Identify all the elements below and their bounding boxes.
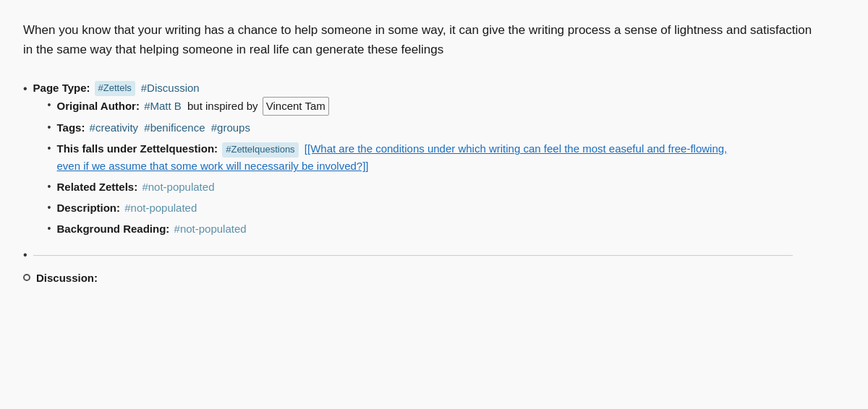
creativity-tag[interactable]: #creativity [90,121,139,134]
vincent-tam-link[interactable]: Vincent Tam [263,97,329,116]
matt-b-tag[interactable]: #Matt B [144,100,182,112]
sub-bullet-6: • [48,220,51,238]
intro-quote: When you know that your writing has a ch… [23,17,819,62]
tags-label: Tags: [57,121,85,134]
zettelquestion-item: • This falls under Zettelquestion: #Zett… [48,140,744,175]
description-value: #not-populated [124,202,197,214]
sub-bullet-1: • [48,97,51,114]
discussion-label: Discussion: [36,272,98,284]
background-reading-value: #not-populated [174,223,247,235]
sub-bullet-2: • [48,119,51,137]
discussion-bullet-icon [23,274,30,281]
related-zettels-value: #not-populated [142,181,214,193]
sub-bullet-5: • [48,199,51,217]
empty-bullet: • [23,246,27,264]
tags-item: • Tags: #creativity #benificence #groups [48,119,744,137]
bullet-dot: • [23,79,27,98]
related-zettels-item: • Related Zettels: #not-populated [48,178,744,196]
original-author-label: Original Author: [57,100,140,112]
sub-list: • Original Author: #Matt B but inspired … [48,97,744,238]
zettels-tag[interactable]: #Zettels [95,81,135,96]
main-content: When you know that your writing has a ch… [23,17,819,284]
empty-bullet-item: • [23,246,819,264]
zettelquestion-label: This falls under Zettelquestion: [57,142,218,155]
background-reading-item: • Background Reading: #not-populated [48,220,744,238]
original-author-item: • Original Author: #Matt B but inspired … [48,97,744,116]
benificence-tag[interactable]: #benificence [144,121,205,134]
description-label: Description: [57,202,121,214]
related-zettels-label: Related Zettels: [57,181,138,193]
discussion-tag[interactable]: #Discussion [141,79,200,97]
zettelquestions-tag[interactable]: #Zettelquestions [222,142,298,158]
description-item: • Description: #not-populated [48,199,744,217]
discussion-section: Discussion: [23,272,819,284]
section-divider [33,255,793,256]
background-reading-label: Background Reading: [57,223,170,235]
sub-bullet-4: • [48,178,51,196]
groups-tag[interactable]: #groups [211,121,250,134]
page-type-label: Page Type: [33,79,90,97]
top-list: • Page Type: #Zettels #Discussion • Orig… [23,79,819,264]
sub-bullet-3: • [48,140,51,158]
page-type-item: • Page Type: #Zettels #Discussion • Orig… [23,79,819,241]
connector-text: but inspired by [187,100,258,112]
